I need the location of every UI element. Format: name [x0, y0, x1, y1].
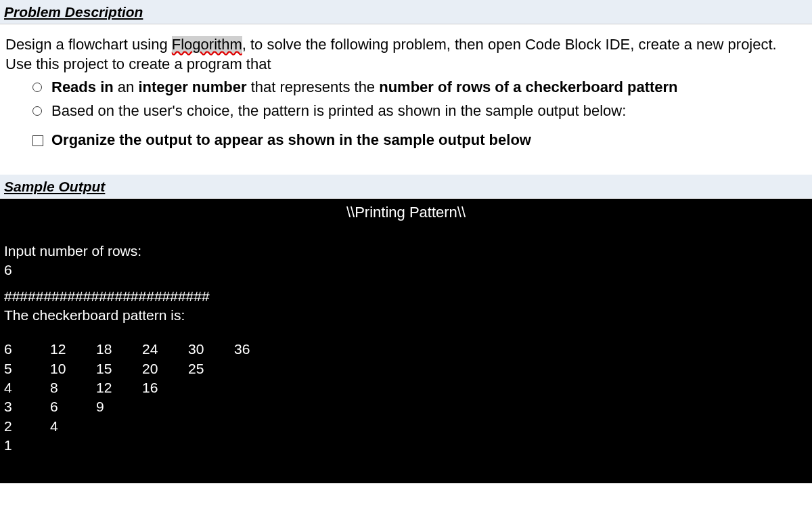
console-label: The checkerboard pattern is: — [4, 306, 808, 325]
console-title: \\Printing Pattern\\ — [0, 199, 812, 242]
bullet-item-2: Based on the user's choice, the pattern … — [32, 102, 807, 121]
table-cell: 5 — [4, 359, 50, 378]
table-row: 1 — [4, 436, 808, 455]
bullet-1-text: Reads in an integer number that represen… — [51, 78, 678, 97]
table-cell: 36 — [234, 340, 280, 359]
problem-paragraph: Design a flowchart using Flogorithm, to … — [5, 35, 807, 74]
table-cell: 15 — [96, 359, 142, 378]
circle-bullet-icon — [32, 78, 51, 96]
b1-post: rows of a checkerboard pattern — [452, 79, 678, 95]
table-cell: 3 — [4, 397, 50, 416]
problem-body: Design a flowchart using Flogorithm, to … — [0, 24, 812, 161]
b1-mid2: that represents the — [247, 79, 380, 95]
b1-bold1: integer number — [138, 79, 246, 95]
table-row: 481216 — [4, 378, 808, 397]
sample-output-title: Sample Output — [4, 179, 105, 194]
table-cell: 18 — [96, 340, 142, 359]
table-row: 510152025 — [4, 359, 808, 378]
table-cell: 4 — [50, 417, 96, 436]
bullet-list: Reads in an integer number that represen… — [32, 78, 807, 150]
para-part1: Design a flowchart using — [5, 36, 172, 53]
table-cell: 20 — [142, 359, 188, 378]
table-cell: 24 — [142, 340, 188, 359]
console-separator: ########################## — [4, 287, 808, 306]
table-row: 369 — [4, 397, 808, 416]
b1-mid1: an — [114, 79, 139, 95]
bullet-3-text: Organize the output to appear as shown i… — [51, 131, 531, 150]
problem-description-header: Problem Description — [0, 0, 812, 24]
table-cell: 25 — [188, 359, 234, 378]
table-cell: 16 — [142, 378, 188, 397]
table-cell: 12 — [50, 340, 96, 359]
bullet-2-text: Based on the user's choice, the pattern … — [51, 102, 626, 121]
b1-pre: Reads in — [51, 79, 114, 95]
table-cell: 6 — [4, 340, 50, 359]
table-row: 24 — [4, 417, 808, 436]
b1-bold2: number of — [379, 79, 452, 95]
table-cell: 2 — [4, 417, 50, 436]
circle-bullet-icon — [32, 102, 51, 120]
table-cell: 8 — [50, 378, 96, 397]
table-cell: 10 — [50, 359, 96, 378]
bullet-item-1: Reads in an integer number that represen… — [32, 78, 807, 97]
console-output: \\Printing Pattern\\ Input number of row… — [0, 199, 812, 483]
sample-output-header: Sample Output — [0, 175, 812, 199]
table-cell: 1 — [4, 436, 50, 455]
table-cell: 12 — [96, 378, 142, 397]
console-body: Input number of rows: 6 ################… — [0, 242, 812, 455]
flogorithm-word: Flogorithm — [172, 36, 242, 53]
table-row: 61218243036 — [4, 340, 808, 359]
bullet-item-3: Organize the output to appear as shown i… — [32, 131, 807, 150]
pattern-table: 61218243036510152025481216369241 — [4, 340, 808, 455]
table-cell: 9 — [96, 397, 142, 416]
table-cell: 6 — [50, 397, 96, 416]
table-cell: 4 — [4, 378, 50, 397]
console-prompt: Input number of rows: — [4, 242, 808, 261]
table-cell: 30 — [188, 340, 234, 359]
console-input: 6 — [4, 261, 808, 280]
problem-description-title: Problem Description — [4, 4, 143, 20]
checkbox-bullet-icon — [32, 131, 51, 150]
